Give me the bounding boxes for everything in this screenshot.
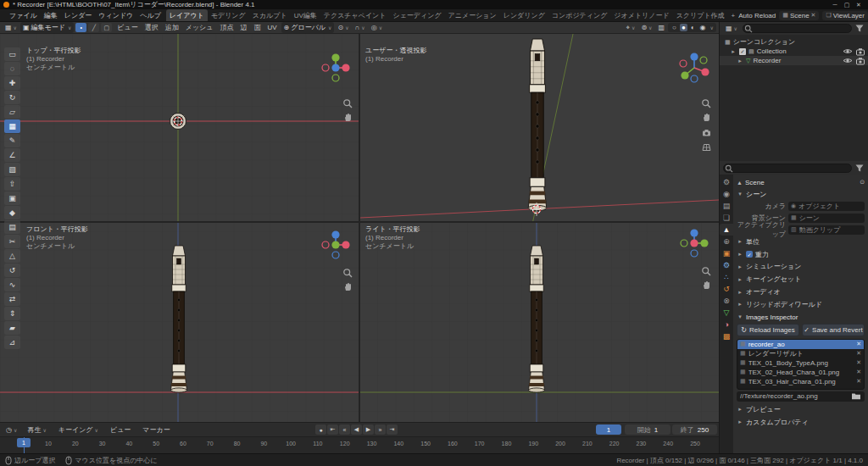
close-icon[interactable]: ✕: [856, 350, 861, 357]
pan-hand-icon[interactable]: [342, 112, 353, 123]
spin-tool[interactable]: ↺: [4, 264, 20, 277]
collapsed-section-header[interactable]: ▸ シミュレーション: [737, 261, 865, 274]
scene-selector[interactable]: ▦ Scene ✕: [779, 11, 819, 20]
recorder-model-front-view[interactable]: [171, 246, 187, 392]
transform-tool[interactable]: ▦: [4, 119, 20, 133]
render-tab[interactable]: ◉: [720, 188, 733, 200]
scene-tab[interactable]: ▲: [720, 224, 733, 236]
vertex-select-mode-button[interactable]: •: [75, 23, 86, 32]
playhead-frame-label[interactable]: 1: [17, 438, 31, 447]
viewport-menu-item[interactable]: メッシュ: [182, 23, 217, 32]
menu-item[interactable]: レンダー: [61, 11, 96, 20]
navigation-gizmo-perspective[interactable]: [678, 52, 710, 84]
workspace-tab[interactable]: レイアウト: [166, 9, 208, 22]
edge-select-mode-button[interactable]: ╱: [88, 23, 99, 32]
mode-dropdown[interactable]: ▣ 編集モード ∨: [20, 22, 74, 33]
zoom-icon[interactable]: [342, 98, 353, 109]
workspace-tab[interactable]: テクスチャペイント: [320, 9, 390, 22]
timeline-menu-item[interactable]: マーカー: [139, 425, 173, 435]
material-tab[interactable]: ◑: [720, 319, 733, 330]
collapsed-section-header[interactable]: ▸ 単位: [737, 236, 865, 248]
workspace-tab[interactable]: ジオメトリノード: [610, 9, 672, 22]
save-and-revert-button[interactable]: ✓ Save and Revert: [802, 324, 865, 336]
end-frame-field[interactable]: 終了250: [672, 424, 717, 435]
editor-type-button[interactable]: ▦∨: [3, 24, 19, 31]
object-data-tab[interactable]: ▽: [720, 307, 733, 319]
object-tab[interactable]: ▣: [720, 247, 733, 259]
previous-keyframe-button[interactable]: «: [339, 424, 350, 435]
bevel-tool[interactable]: ◆: [4, 206, 20, 219]
edge-slide-tool[interactable]: ⇄: [4, 292, 20, 306]
smooth-tool[interactable]: ∿: [4, 278, 20, 291]
menu-item[interactable]: ファイル: [6, 11, 41, 20]
recorder-model-right-view[interactable]: [529, 246, 545, 392]
material-preview-shading-button[interactable]: ◐: [689, 24, 697, 31]
navigation-gizmo-top[interactable]: [320, 52, 352, 84]
workspace-tab[interactable]: コンポジティング: [548, 9, 611, 22]
view-layer-selector[interactable]: ❏ ViewLayer: [822, 11, 868, 20]
next-keyframe-button[interactable]: »: [375, 424, 386, 435]
maximize-button[interactable]: ▢: [841, 2, 853, 8]
proportional-editing-button[interactable]: ◎∨: [369, 24, 385, 31]
timeline-ruler[interactable]: 1020304050607080901001101201301401501601…: [0, 436, 719, 453]
viewport-menu-item[interactable]: 追加: [162, 23, 182, 32]
expand-icon[interactable]: ▸: [730, 48, 737, 55]
close-icon[interactable]: ✕: [856, 359, 861, 366]
close-icon[interactable]: ✕: [856, 341, 861, 347]
inset-faces-tool[interactable]: ▣: [4, 191, 20, 205]
collapsed-section-header[interactable]: ▸ プレビュー: [737, 403, 865, 416]
viewport-canvas[interactable]: [0, 34, 719, 422]
particles-tab[interactable]: ∴: [720, 271, 733, 283]
physics-tab[interactable]: ↺: [720, 283, 733, 295]
play-button[interactable]: ▶: [363, 424, 374, 435]
add-workspace-button[interactable]: +: [728, 12, 739, 19]
outliner-scene-collection-row[interactable]: ▦ シーンコレクション: [720, 37, 868, 47]
world-tab[interactable]: ⊕: [720, 236, 733, 247]
menu-item[interactable]: 編集: [41, 11, 61, 20]
wireframe-shading-button[interactable]: ○: [670, 24, 678, 31]
zoom-icon[interactable]: [342, 268, 353, 279]
images-inspector-header[interactable]: ▾ Images Inspector: [737, 311, 865, 324]
perspective-toggle-icon[interactable]: [701, 141, 712, 153]
timeline-menu-item[interactable]: キーイング∨: [55, 425, 102, 435]
workspace-tab[interactable]: シェーディング: [389, 9, 444, 22]
extrude-region-tool[interactable]: ⇧: [4, 177, 20, 191]
cursor-tool[interactable]: ◌: [4, 62, 20, 75]
timeline-editor-type-button[interactable]: ◷∨: [3, 426, 19, 434]
collection-checkbox[interactable]: ✓: [739, 48, 746, 55]
output-tab[interactable]: ▤: [720, 200, 733, 212]
viewport-menu-item[interactable]: 面: [250, 23, 264, 32]
outliner-collection-row[interactable]: ▸ ✓ ▤ Collection: [720, 47, 868, 56]
poly-build-tool[interactable]: △: [4, 249, 20, 263]
start-frame-field[interactable]: 開始1: [625, 424, 670, 435]
object-picker-field[interactable]: ◉ オブジェクト: [788, 202, 865, 211]
image-list-item[interactable]: ▦ TEX_01_Body_TypeA.png ✕: [737, 358, 864, 368]
collapsed-section-header[interactable]: ▸ キーイングセット: [737, 273, 865, 286]
collapsed-section-header[interactable]: ▸ ✓ 重力: [737, 248, 865, 261]
pan-hand-icon[interactable]: [701, 112, 712, 123]
image-list-item[interactable]: ▦ recorder_ao ✕: [737, 340, 864, 349]
folder-icon[interactable]: [851, 391, 861, 401]
image-list-item[interactable]: ▦ TEX_03_Hair_Chara_01.png ✕: [737, 377, 864, 386]
solid-shading-button[interactable]: ●: [680, 24, 687, 31]
shrink-fatten-tool[interactable]: ⇕: [4, 307, 20, 320]
image-path-field[interactable]: //Texture/recorder_ao.png: [737, 391, 865, 402]
pin-icon[interactable]: ⊙: [860, 179, 865, 186]
play-reverse-button[interactable]: ◀: [351, 424, 362, 435]
reload-images-button[interactable]: ↻ Reload Images: [737, 324, 799, 336]
object-picker-field[interactable]: ▥ 動画クリップ: [788, 225, 865, 235]
timeline-menu-item[interactable]: ビュー: [107, 425, 134, 435]
select-box-tool[interactable]: ▭: [4, 47, 20, 61]
workspace-tab[interactable]: モデリング: [208, 9, 249, 22]
filter-icon[interactable]: [854, 164, 865, 173]
menu-item[interactable]: ヘルプ: [136, 11, 164, 20]
quad-view-vertical-divider[interactable]: [359, 34, 360, 422]
show-gizmo-button[interactable]: ⌖∨: [623, 24, 637, 32]
image-list-item[interactable]: ▦ レンダーリザルト ✕: [737, 349, 864, 358]
pan-hand-icon[interactable]: [701, 280, 712, 291]
view-layer-tab[interactable]: ❏: [720, 212, 733, 224]
rip-region-tool[interactable]: ⊿: [4, 336, 20, 349]
measure-tool[interactable]: ∠: [4, 148, 20, 162]
jump-to-start-button[interactable]: ⇤: [327, 424, 338, 435]
toggle-xray-button[interactable]: ▥: [656, 24, 668, 31]
